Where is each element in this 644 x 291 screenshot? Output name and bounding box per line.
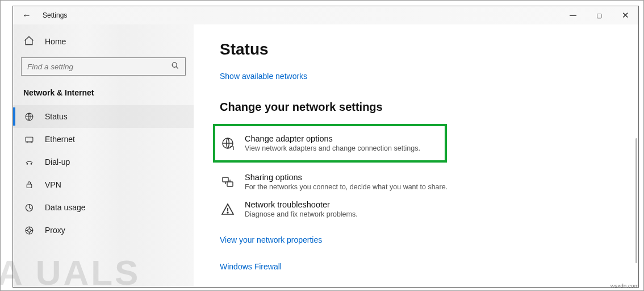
svg-point-3	[27, 163, 28, 164]
nav-item-dialup[interactable]: Dial-up	[13, 151, 194, 173]
content-pane: Status Show available networks Change yo…	[194, 24, 638, 287]
view-properties-link[interactable]: View your network properties	[220, 235, 322, 244]
nav-label: Proxy	[45, 226, 65, 235]
back-button[interactable]: ←	[21, 10, 32, 20]
scrollbar[interactable]	[630, 138, 638, 281]
home-label: Home	[45, 37, 66, 46]
nav-list: Status Ethernet Dial-up	[13, 105, 194, 242]
svg-point-8	[27, 228, 31, 232]
show-networks-link[interactable]: Show available networks	[220, 72, 307, 81]
svg-rect-10	[223, 177, 228, 182]
nav-label: Dial-up	[45, 157, 70, 167]
search-field[interactable]	[27, 63, 171, 71]
search-icon	[171, 61, 179, 72]
nav-item-vpn[interactable]: VPN	[13, 173, 194, 196]
option-sharing[interactable]: Sharing options For the networks you con…	[220, 168, 470, 196]
nav-label: Status	[45, 112, 68, 121]
data-usage-icon	[23, 202, 35, 213]
option-title: Sharing options	[245, 173, 448, 182]
highlighted-option: Change adapter options View network adap…	[213, 124, 447, 163]
option-troubleshooter[interactable]: Network troubleshooter Diagnose and fix …	[220, 196, 470, 223]
window-title: Settings	[43, 11, 67, 19]
nav-item-datausage[interactable]: Data usage	[13, 196, 194, 219]
vpn-icon	[23, 179, 35, 190]
adapter-icon	[220, 135, 236, 151]
globe-icon	[23, 111, 35, 122]
windows-firewall-link[interactable]: Windows Firewall	[220, 262, 282, 271]
nav-item-status[interactable]: Status	[13, 105, 194, 128]
option-title: Network troubleshooter	[245, 200, 358, 209]
scrollbar-thumb[interactable]	[635, 138, 637, 263]
nav-label: VPN	[45, 180, 61, 189]
home-icon	[23, 35, 35, 48]
settings-window: ← Settings ― ▢ ✕ Home	[12, 6, 639, 288]
titlebar: ← Settings ― ▢ ✕	[13, 6, 638, 24]
proxy-icon	[23, 225, 35, 236]
svg-rect-5	[27, 184, 32, 188]
nav-item-ethernet[interactable]: Ethernet	[13, 128, 194, 151]
svg-rect-11	[227, 182, 233, 186]
ethernet-icon	[23, 134, 35, 145]
search-input[interactable]	[21, 57, 186, 76]
svg-point-0	[172, 63, 177, 67]
option-change-adapter[interactable]: Change adapter options View network adap…	[220, 130, 439, 157]
option-desc: Diagnose and fix network problems.	[245, 210, 358, 218]
section-heading: Change your network settings	[220, 101, 627, 114]
sidebar: Home Network & Internet	[13, 24, 194, 287]
troubleshooter-icon	[220, 201, 236, 217]
maximize-button[interactable]: ▢	[586, 6, 612, 24]
nav-label: Data usage	[45, 203, 86, 212]
nav-item-proxy[interactable]: Proxy	[13, 219, 194, 242]
option-desc: View network adapters and change connect…	[245, 144, 420, 152]
option-title: Change adapter options	[245, 134, 420, 143]
page-title: Status	[220, 40, 627, 59]
option-desc: For the networks you connect to, decide …	[245, 183, 448, 191]
nav-label: Ethernet	[45, 135, 75, 144]
svg-point-4	[31, 163, 32, 164]
home-button[interactable]: Home	[13, 31, 194, 52]
close-button[interactable]: ✕	[612, 6, 638, 24]
sharing-icon	[220, 174, 236, 190]
svg-rect-2	[26, 137, 33, 142]
category-heading: Network & Internet	[23, 88, 194, 97]
minimize-button[interactable]: ―	[560, 6, 586, 24]
dialup-icon	[23, 156, 35, 168]
svg-point-12	[227, 212, 228, 213]
